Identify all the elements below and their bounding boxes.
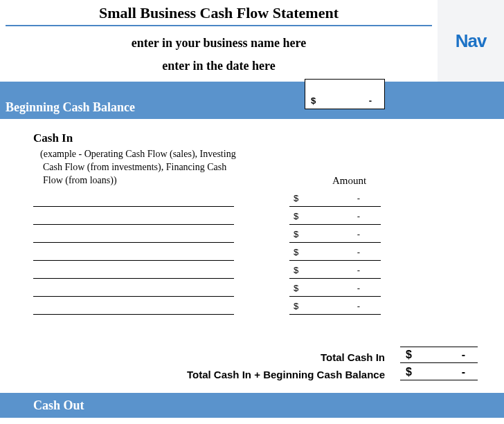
amount-input[interactable]: $ - bbox=[289, 265, 381, 279]
row-value: - bbox=[357, 247, 360, 259]
cash-in-row: $ - bbox=[33, 229, 498, 243]
row-value: - bbox=[357, 301, 360, 313]
beginning-value: - bbox=[369, 95, 372, 106]
cash-in-row: $ - bbox=[33, 211, 498, 225]
amount-heading: Amount bbox=[332, 175, 366, 187]
total-in-amount: - bbox=[462, 349, 465, 361]
cash-in-row: $ - bbox=[33, 265, 498, 279]
cash-in-example: (example - Operating Cash Flow (sales), … bbox=[33, 148, 241, 187]
row-currency: $ bbox=[294, 283, 298, 295]
row-currency: $ bbox=[294, 229, 298, 241]
total-cash-in-value: $ - bbox=[400, 347, 478, 363]
row-currency: $ bbox=[294, 265, 298, 277]
desc-input[interactable] bbox=[33, 229, 234, 243]
header-row: Small Business Cash Flow Statement enter… bbox=[0, 0, 504, 82]
row-currency: $ bbox=[294, 301, 298, 313]
cash-out-bar: Cash Out bbox=[0, 393, 504, 418]
row-currency: $ bbox=[294, 247, 298, 259]
row-value: - bbox=[357, 265, 360, 277]
cash-out-subheading: Cash Out bbox=[0, 418, 504, 424]
total-combined-value: $ - bbox=[400, 366, 478, 380]
amount-input[interactable]: $ - bbox=[289, 193, 381, 207]
amount-input[interactable]: $ - bbox=[289, 283, 381, 297]
row-value: - bbox=[357, 211, 360, 223]
row-value: - bbox=[357, 193, 360, 205]
amount-input[interactable]: $ - bbox=[289, 247, 381, 261]
total-cash-in-label: Total Cash In bbox=[0, 351, 388, 363]
desc-input[interactable] bbox=[33, 211, 234, 225]
total-combined-label: Total Cash In + Beginning Cash Balance bbox=[0, 369, 388, 380]
cash-in-heading: Cash In bbox=[33, 131, 498, 145]
document-title: Small Business Cash Flow Statement bbox=[6, 4, 432, 22]
cash-in-body: Cash In (example - Operating Cash Flow (… bbox=[0, 119, 504, 324]
row-currency: $ bbox=[294, 211, 298, 223]
date-placeholder[interactable]: enter in the date here bbox=[0, 56, 438, 77]
cash-in-row: $ - bbox=[33, 301, 498, 315]
cash-in-row: $ - bbox=[33, 193, 498, 207]
desc-input[interactable] bbox=[33, 193, 234, 207]
cash-in-row: $ - bbox=[33, 283, 498, 297]
row-value: - bbox=[357, 283, 360, 295]
beginning-currency: $ bbox=[311, 95, 316, 106]
logo-box: Nav bbox=[438, 0, 504, 82]
desc-input[interactable] bbox=[33, 301, 234, 315]
total-combined-currency: $ bbox=[406, 366, 412, 378]
total-combined-row: Total Cash In + Beginning Cash Balance $… bbox=[0, 366, 504, 380]
beginning-label: Beginning Cash Balance bbox=[6, 100, 135, 115]
desc-input[interactable] bbox=[33, 283, 234, 297]
total-cash-in-row: Total Cash In $ - bbox=[0, 347, 504, 363]
amount-input[interactable]: $ - bbox=[289, 301, 381, 315]
nav-logo: Nav bbox=[456, 30, 487, 52]
desc-input[interactable] bbox=[33, 247, 234, 261]
business-name-placeholder[interactable]: enter in your business name here bbox=[0, 26, 438, 56]
header-left: Small Business Cash Flow Statement enter… bbox=[0, 0, 438, 77]
totals-block: Total Cash In $ - Total Cash In + Beginn… bbox=[0, 347, 504, 380]
total-combined-amount: - bbox=[462, 366, 465, 378]
beginning-cash-balance-bar: Beginning Cash Balance $ - bbox=[0, 82, 504, 119]
amount-input[interactable]: $ - bbox=[289, 229, 381, 243]
title-wrap: Small Business Cash Flow Statement bbox=[6, 0, 432, 26]
beginning-value-box[interactable]: $ - bbox=[305, 79, 385, 109]
desc-input[interactable] bbox=[33, 265, 234, 279]
cash-in-grid: Amount $ - $ - $ - $ - bbox=[33, 193, 498, 315]
row-value: - bbox=[357, 229, 360, 241]
row-currency: $ bbox=[294, 193, 298, 205]
amount-input[interactable]: $ - bbox=[289, 211, 381, 225]
cash-out-heading: Cash Out bbox=[33, 398, 84, 413]
cash-in-row: $ - bbox=[33, 247, 498, 261]
total-in-currency: $ bbox=[406, 349, 412, 361]
